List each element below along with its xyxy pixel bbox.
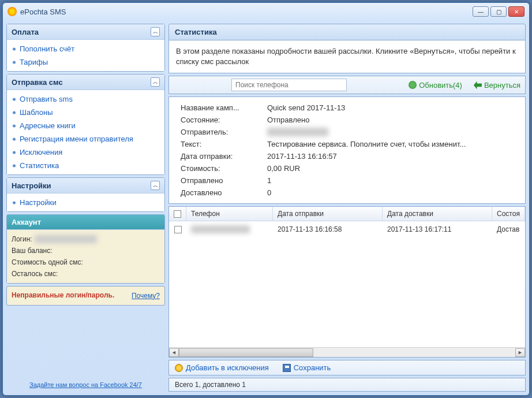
error-panel: Неправильные логин/пароль. Почему? (6, 286, 165, 306)
search-input[interactable] (231, 79, 347, 91)
panel-title: Оплата (12, 28, 39, 36)
detail-value: Тестирование сервиса. Пополните счет, чт… (267, 140, 466, 148)
toolbar: Обновить(4) Вернуться (168, 76, 526, 94)
results-table: Телефон Дата отправки Дата доставки Сост… (168, 206, 526, 358)
detail-value: Quick send 2017-11-13 (267, 103, 345, 112)
panel-title: Аккаунт (12, 218, 41, 226)
cell-phone: xxxxxxx (186, 224, 273, 235)
detail-value: 0,00 RUR (267, 164, 300, 173)
column-sent-date[interactable]: Дата отправки (273, 207, 383, 221)
nav-topup[interactable]: Пополнить счёт (7, 42, 164, 55)
column-phone[interactable]: Телефон (186, 207, 273, 221)
detail-label: Доставлено (181, 188, 267, 197)
maximize-button[interactable]: ▢ (490, 6, 507, 17)
why-link[interactable]: Почему? (132, 292, 160, 300)
warning-icon (175, 364, 183, 372)
column-state[interactable]: Состоя (492, 207, 525, 221)
detail-value: 1 (267, 176, 271, 185)
back-button[interactable]: Вернуться (474, 81, 520, 90)
table-row[interactable]: xxxxxxx2017-11-13 16:16:582017-11-13 16:… (169, 221, 525, 237)
panel-header-settings[interactable]: Настройки ︿ (7, 178, 164, 194)
collapse-icon[interactable]: ︿ (151, 77, 160, 87)
titlebar: ePochta SMS — ▢ ✕ (3, 3, 529, 20)
row-checkbox[interactable] (174, 226, 182, 233)
app-icon (8, 7, 17, 16)
back-icon (474, 81, 482, 89)
page-title: Статистика (168, 24, 526, 40)
detail-label: Текст: (181, 140, 267, 148)
campaign-details: Название камп...Quick send 2017-11-13Сос… (168, 96, 526, 204)
window-title: ePochta SMS (20, 8, 66, 16)
collapse-icon[interactable]: ︿ (151, 27, 160, 36)
cell-state: Достав (492, 224, 525, 235)
detail-value: Отправлено (267, 116, 309, 124)
account-balance: Ваш баланс: (12, 245, 160, 256)
panel-header-account: Аккаунт (7, 215, 164, 230)
add-to-exclusions-button[interactable]: Добавить в исключения (175, 363, 269, 372)
facebook-link[interactable]: Задайте нам вопрос на Facebook 24/7 (6, 378, 165, 392)
detail-value: 2017-11-13 16:16:57 (267, 152, 337, 161)
panel-header-send[interactable]: Отправка смс ︿ (7, 75, 164, 90)
panel-send: Отправка смс ︿ Отправить sms Шаблоны Адр… (6, 74, 165, 175)
detail-value: xxxxxxx (267, 128, 328, 136)
nav-exclusions[interactable]: Исключения (7, 146, 164, 159)
scroll-thumb[interactable] (179, 348, 313, 357)
scroll-left-icon[interactable]: ◄ (169, 348, 179, 357)
account-sms-cost: Стоимость одной смс: (12, 256, 160, 268)
detail-label: Отправитель: (181, 128, 267, 136)
cell-sent: 2017-11-13 16:16:58 (273, 224, 383, 235)
detail-label: Дата отправки: (181, 152, 267, 161)
close-button[interactable]: ✕ (508, 6, 524, 17)
save-button[interactable]: Сохранить (283, 363, 331, 372)
panel-account: Аккаунт Логин: xxxxxxxx Ваш баланс: Стои… (6, 214, 165, 284)
column-delivery-date[interactable]: Дата доставки (383, 207, 492, 221)
panel-title: Настройки (12, 181, 51, 190)
detail-label: Состояние: (181, 116, 267, 124)
nav-address-books[interactable]: Адресные книги (7, 119, 164, 132)
account-login: Логин: xxxxxxxx (12, 233, 160, 245)
page-description: В этом разделе показаны подробности ваше… (168, 40, 526, 73)
account-sms-remaining: Осталось смс: (12, 268, 160, 280)
panel-title: Отправка смс (12, 78, 63, 87)
bottom-toolbar: Добавить в исключения Сохранить (168, 360, 526, 375)
scroll-right-icon[interactable]: ► (515, 348, 525, 357)
checkbox-icon[interactable] (174, 210, 181, 218)
panel-header-payment[interactable]: Оплата ︿ (7, 24, 164, 40)
horizontal-scrollbar[interactable]: ◄ ► (169, 347, 525, 357)
nav-tariffs[interactable]: Тарифы (7, 55, 164, 69)
cell-delivered: 2017-11-13 16:17:11 (383, 224, 492, 235)
detail-label: Стоимость: (181, 164, 267, 173)
column-checkbox[interactable] (169, 207, 186, 221)
save-icon (283, 364, 291, 372)
panel-payment: Оплата ︿ Пополнить счёт Тарифы (6, 24, 165, 72)
nav-sender-registration[interactable]: Регистрация имени отправителя (7, 132, 164, 146)
refresh-button[interactable]: Обновить(4) (409, 81, 462, 90)
error-text: Неправильные логин/пароль. (12, 291, 114, 300)
collapse-icon[interactable]: ︿ (151, 181, 160, 190)
nav-send-sms[interactable]: Отправить sms (7, 92, 164, 106)
nav-templates[interactable]: Шаблоны (7, 106, 164, 119)
panel-settings: Настройки ︿ Настройки (6, 177, 165, 212)
detail-value: 0 (267, 188, 271, 197)
detail-label: Название камп... (181, 103, 267, 112)
refresh-icon (409, 81, 417, 89)
minimize-button[interactable]: — (473, 6, 489, 17)
nav-statistics[interactable]: Статистика (7, 159, 164, 172)
status-bar: Всего 1, доставлено 1 (168, 378, 526, 392)
nav-settings[interactable]: Настройки (7, 196, 164, 209)
detail-label: Отправлено (181, 176, 267, 185)
